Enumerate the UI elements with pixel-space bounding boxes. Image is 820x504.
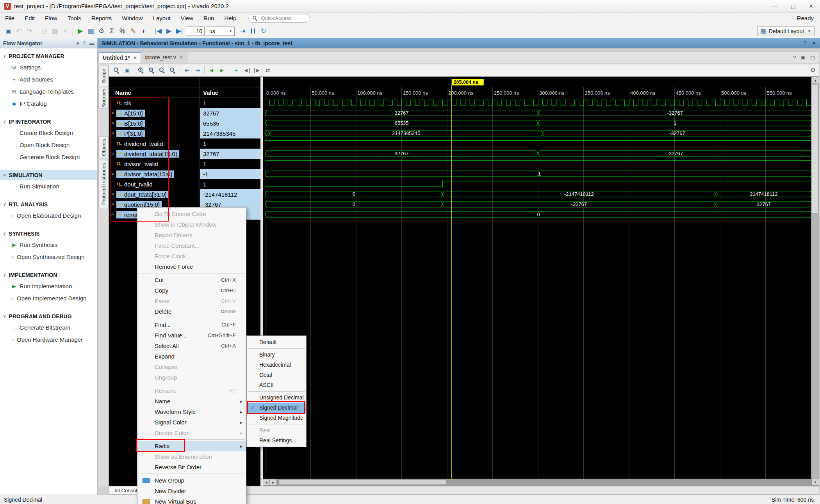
relaunch-icon[interactable]: ↻ — [258, 26, 269, 36]
editor-float-icon[interactable]: ▣ — [800, 55, 805, 60]
wave-canvas[interactable]: 0.000 ns50.000 ns100.000 ns150.000 ns200… — [263, 77, 812, 486]
vertical-scrollbar[interactable]: ▲ ▼ — [811, 77, 819, 486]
menu-tools[interactable]: Tools — [62, 13, 86, 23]
expand-arrow-icon[interactable]: > — [111, 151, 116, 156]
value-column-header[interactable]: Value — [200, 87, 260, 98]
flow-nav-item-ip-catalog[interactable]: ◆IP Catalog — [0, 98, 97, 110]
zoom-in-icon[interactable]: + — [136, 66, 146, 75]
flow-nav-item-open-hardware-manager[interactable]: ›Open Hardware Manager — [0, 334, 97, 346]
menu-item-name[interactable]: Name▸ — [137, 396, 246, 406]
run-icon[interactable]: ▶ — [75, 26, 86, 36]
expand-arrow-icon[interactable]: > — [111, 110, 116, 116]
submenu-item-octal[interactable]: Octal — [247, 370, 306, 380]
flow-nav-menu-icon[interactable]: ≡ — [76, 41, 79, 46]
flow-nav-section-synthesis[interactable]: ∨SYNTHESIS — [0, 228, 97, 239]
menu-help[interactable]: Help — [219, 13, 241, 23]
scroll-up-icon[interactable]: ▲ — [811, 77, 819, 84]
menu-window[interactable]: Window — [117, 13, 148, 23]
probe-icon[interactable]: + — [138, 26, 149, 36]
menu-view[interactable]: View — [176, 13, 198, 23]
editor-help-icon[interactable]: ? — [793, 55, 796, 60]
goto-last-time-icon[interactable]: ⇥ — [192, 66, 203, 75]
flow-nav-section-program-and-debug[interactable]: ∨PROGRAM AND DEBUG — [0, 311, 97, 321]
flow-nav-section-implementation[interactable]: ∨IMPLEMENTATION — [0, 270, 97, 280]
flow-nav-collapse-icon[interactable]: ▬ — [89, 41, 94, 46]
scroll-left-icon[interactable]: ◄ — [263, 479, 270, 486]
submenu-item-signed-decimal[interactable]: ✓Signed Decimal — [247, 403, 306, 413]
expand-arrow-icon[interactable]: > — [111, 192, 116, 197]
signal-row-divisor-tdata-15-0[interactable]: >divisor_tdata[15:0] — [109, 169, 200, 179]
expand-arrow-icon[interactable]: > — [111, 202, 116, 207]
signal-row-divisor-tvalid[interactable]: divisor_tvalid — [109, 159, 200, 169]
flow-nav-item-add-sources[interactable]: +Add Sources — [0, 73, 97, 85]
caption-help-icon[interactable]: ? — [804, 40, 806, 46]
menu-item-radix[interactable]: Radix▸ — [137, 441, 246, 451]
expand-arrow-icon[interactable]: > — [111, 212, 116, 217]
menu-run[interactable]: Run — [198, 13, 219, 23]
step-icon[interactable]: ⇥ — [237, 26, 248, 36]
tab-ipcore-test-v[interactable]: ipcore_test.v✕ — [141, 52, 187, 63]
submenu-item-real-settings[interactable]: Real Settings... — [247, 435, 306, 445]
side-tab-protocol-instances[interactable]: Protocol Instances — [98, 160, 109, 208]
goto-time-zero-icon[interactable]: ⇤ — [182, 66, 192, 75]
expand-arrow-icon[interactable]: › — [10, 337, 15, 343]
waveform-plot[interactable]: 0.000 ns50.000 ns100.000 ns150.000 ns200… — [263, 77, 812, 486]
signal-row-a-15-0[interactable]: >A[15:0] — [109, 108, 200, 118]
expand-arrow-icon[interactable]: > — [111, 131, 116, 136]
flow-nav-item-generate-block-design[interactable]: Generate Block Design — [0, 151, 97, 163]
signal-row-clk[interactable]: clk — [109, 98, 200, 108]
menu-item-delete[interactable]: DeleteDelete — [137, 306, 246, 317]
menu-item-copy[interactable]: CopyCtrl+C — [137, 285, 246, 296]
run-time-input[interactable] — [186, 27, 205, 36]
previous-marker-icon[interactable]: ◄| — [241, 66, 252, 75]
signal-row-dout-tvalid[interactable]: dout_tvalid — [109, 179, 200, 189]
waveform-settings-icon[interactable]: ⚙ — [811, 67, 816, 74]
close-button[interactable]: ✕ — [802, 0, 820, 12]
menu-file[interactable]: File — [0, 13, 20, 23]
menu-item-new-group[interactable]: New Group — [137, 475, 246, 486]
vertical-scroll-thumb[interactable] — [812, 85, 818, 213]
menu-item-waveform-style[interactable]: Waveform Style▸ — [137, 406, 246, 417]
menu-item-signal-color[interactable]: Signal Color▸ — [137, 417, 246, 428]
flow-nav-item-settings[interactable]: ⚙Settings — [0, 61, 97, 73]
menu-item-find-value[interactable]: Find Value...Ctrl+Shift+F — [137, 330, 246, 341]
submenu-item-signed-magnitude[interactable]: Signed Magnitude — [247, 413, 306, 423]
flow-nav-item-open-synthesized-design[interactable]: ›Open Synthesized Design — [0, 251, 97, 263]
flow-nav-item-create-block-design[interactable]: Create Block Design — [0, 127, 97, 139]
signal-row-dout-tdata-31-0[interactable]: >dout_tdata[31:0] — [109, 189, 200, 199]
restart-icon[interactable]: |◀ — [153, 26, 164, 36]
flow-nav-help-icon[interactable]: ? — [83, 41, 86, 46]
menu-item-expand[interactable]: Expand — [137, 351, 246, 362]
settings-gear-icon[interactable]: ⚙ — [96, 26, 107, 36]
find-icon[interactable] — [111, 66, 122, 75]
run-all-icon[interactable]: ▶ — [164, 26, 174, 36]
horizontal-scroll-thumb[interactable] — [278, 480, 446, 485]
menu-item-new-virtual-bus[interactable]: New Virtual Bus — [137, 496, 246, 504]
flow-nav-item-run-implementation[interactable]: ▶Run Implementation — [0, 280, 97, 292]
flow-nav-item-generate-bitstream[interactable]: ↓Generate Bitstream — [0, 321, 97, 334]
side-tab-sources[interactable]: Sources — [98, 87, 109, 109]
caption-close-icon[interactable]: ✕ — [812, 40, 816, 46]
menu-item-remove-force[interactable]: Remove Force — [137, 261, 246, 272]
horizontal-scrollbar[interactable]: ◄ ► — [263, 479, 812, 486]
reports-icon[interactable]: ▦ — [86, 26, 96, 36]
expand-arrow-icon[interactable]: > — [111, 121, 116, 126]
run-for-icon[interactable]: ▶| — [174, 26, 185, 36]
percent-icon[interactable]: % — [117, 26, 128, 36]
submenu-item-default[interactable]: Default — [247, 337, 306, 347]
menu-reports[interactable]: Reports — [86, 13, 117, 23]
signal-row-p-31-0[interactable]: >P[31:0] — [109, 128, 200, 138]
zoom-out-icon[interactable]: − — [146, 66, 157, 75]
submenu-item-binary[interactable]: Binary — [247, 350, 306, 360]
editor-maximize-icon[interactable]: ▢ — [810, 55, 815, 60]
next-transition-icon[interactable]: ► — [217, 66, 227, 75]
flow-nav-section-rtl-analysis[interactable]: ∨RTL ANALYSIS — [0, 199, 97, 209]
scroll-down-icon[interactable]: ▼ — [811, 479, 819, 486]
maximize-button[interactable]: ▢ — [784, 0, 802, 12]
zoom-fit-icon[interactable]: ▫ — [157, 66, 168, 75]
side-tab-scope[interactable]: Scope — [98, 66, 109, 86]
scroll-right-icon[interactable]: ► — [270, 479, 277, 486]
flow-nav-item-open-implemented-design[interactable]: ›Open Implemented Design — [0, 292, 97, 304]
flow-nav-section-ip-integrator[interactable]: ∨IP INTEGRATOR — [0, 116, 97, 127]
next-marker-icon[interactable]: |► — [252, 66, 262, 75]
